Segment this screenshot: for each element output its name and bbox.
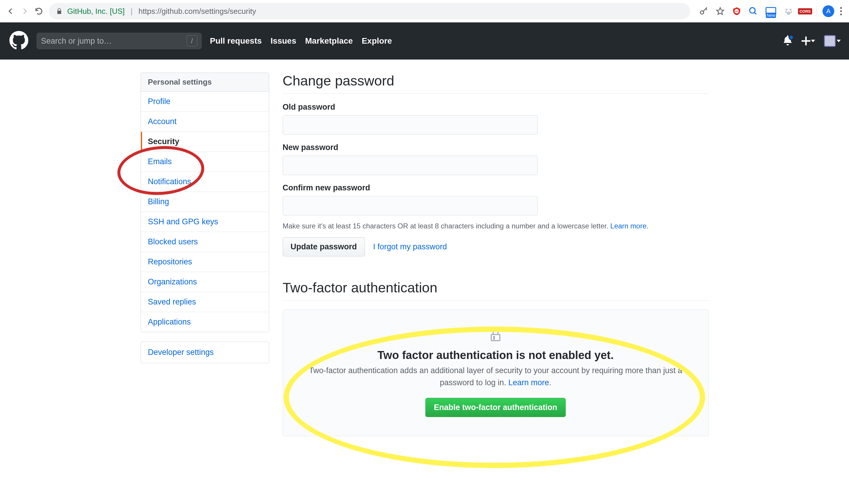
new-password-label: New password (283, 143, 709, 152)
sidebar-item-repositories[interactable]: Repositories (141, 252, 269, 272)
hint-text: Make sure it's at least 15 characters OR… (283, 222, 611, 230)
sidebar: Personal settings Profile Account Securi… (141, 72, 269, 436)
learn-more-link[interactable]: Learn more (610, 222, 647, 230)
svg-point-8 (787, 12, 790, 15)
create-new-dropdown[interactable] (801, 37, 815, 46)
hint-period: . (647, 222, 649, 230)
github-header-right (783, 35, 841, 47)
enable-2fa-button[interactable]: Enable two-factor authentication (426, 398, 566, 417)
origin-label: GitHub, Inc. [US] (67, 7, 125, 16)
svg-point-4 (785, 8, 788, 11)
sidebar-item-blocked-users[interactable]: Blocked users (141, 232, 269, 252)
browser-toolbar: GitHub, Inc. [US] | https://github.com/s… (0, 0, 849, 22)
2fa-learn-more-link[interactable]: Learn more (508, 378, 549, 387)
sidebar-header: Personal settings (141, 73, 269, 92)
password-actions: Update password I forgot my password (283, 237, 709, 256)
sidebar-item-saved-replies[interactable]: Saved replies (141, 292, 269, 312)
svg-point-7 (790, 11, 792, 13)
search-extension-icon[interactable] (748, 6, 759, 17)
profile-avatar[interactable]: A (823, 5, 834, 17)
user-avatar-icon (824, 35, 836, 47)
nav-issues[interactable]: Issues (271, 36, 296, 46)
notifications-icon[interactable] (783, 35, 793, 47)
svg-rect-2 (735, 11, 738, 12)
lock-icon (56, 8, 62, 15)
browser-right-icons: CORS A (696, 5, 844, 18)
lock-icon (295, 328, 697, 344)
search-placeholder: Search or jump to… (41, 37, 112, 46)
paw-icon[interactable] (783, 6, 794, 17)
github-search-input[interactable]: Search or jump to… / (37, 33, 202, 49)
sidebar-item-security[interactable]: Security (141, 132, 269, 152)
confirm-password-label: Confirm new password (283, 183, 709, 193)
svg-point-3 (749, 8, 755, 13)
address-bar[interactable]: GitHub, Inc. [US] | https://github.com/s… (49, 3, 690, 19)
developer-settings-link[interactable]: Developer settings (141, 342, 269, 363)
page-content: Personal settings Profile Account Securi… (0, 59, 849, 436)
blankslate-heading: Two factor authentication is not enabled… (295, 349, 697, 362)
forgot-password-link[interactable]: I forgot my password (373, 242, 447, 251)
back-button[interactable] (5, 5, 17, 17)
github-header: Search or jump to… / Pull requests Issue… (0, 22, 849, 59)
github-logo-icon[interactable] (10, 31, 28, 51)
sidebar-item-applications[interactable]: Applications (141, 312, 269, 332)
svg-point-0 (700, 11, 704, 14)
sidebar-item-emails[interactable]: Emails (141, 152, 269, 172)
divider (816, 6, 817, 17)
key-icon[interactable] (698, 6, 709, 17)
old-password-label: Old password (283, 103, 709, 112)
svg-point-10 (493, 337, 494, 338)
two-factor-heading: Two-factor authentication (283, 280, 709, 301)
cors-extension-icon[interactable]: CORS (800, 6, 810, 17)
sidebar-item-notifications[interactable]: Notifications (141, 172, 269, 192)
nav-explore[interactable]: Explore (362, 36, 392, 46)
main-content: Change password Old password New passwor… (283, 72, 709, 436)
svg-point-11 (493, 338, 494, 339)
url-text: https://github.com/settings/security (139, 7, 256, 16)
notification-dot-icon (789, 35, 794, 40)
password-hint: Make sure it's at least 15 characters OR… (283, 222, 709, 230)
change-password-heading: Change password (283, 72, 709, 94)
svg-point-6 (785, 11, 787, 13)
separator: | (129, 7, 134, 16)
slash-icon: / (186, 35, 197, 47)
blankslate-body: Two-factor authentication adds an additi… (295, 365, 697, 389)
two-factor-section: Two-factor authentication Two factor aut… (283, 280, 709, 436)
sidebar-item-account[interactable]: Account (141, 112, 269, 132)
chrome-menu-button[interactable] (840, 7, 842, 15)
reload-button[interactable] (33, 5, 45, 17)
ublock-icon[interactable] (731, 6, 742, 17)
new-password-input[interactable] (283, 156, 538, 175)
svg-rect-9 (491, 335, 500, 341)
sidebar-item-profile[interactable]: Profile (141, 92, 269, 112)
github-nav: Pull requests Issues Marketplace Explore (210, 36, 392, 46)
user-menu-dropdown[interactable] (824, 35, 841, 47)
star-icon[interactable] (715, 6, 725, 17)
sidebar-item-ssh-gpg[interactable]: SSH and GPG keys (141, 212, 269, 232)
confirm-password-input[interactable] (283, 196, 538, 215)
update-password-button[interactable]: Update password (283, 237, 365, 256)
personal-settings-menu: Personal settings Profile Account Securi… (141, 72, 269, 332)
svg-point-5 (790, 8, 792, 11)
nav-marketplace[interactable]: Marketplace (305, 36, 353, 46)
nav-pull-requests[interactable]: Pull requests (210, 36, 262, 46)
forward-button[interactable] (19, 5, 31, 17)
old-password-input[interactable] (283, 115, 538, 135)
sidebar-item-organizations[interactable]: Organizations (141, 272, 269, 292)
sidebar-item-billing[interactable]: Billing (141, 192, 269, 212)
new-extension-icon[interactable] (764, 5, 777, 18)
two-factor-blankslate: Two factor authentication is not enabled… (283, 309, 709, 436)
